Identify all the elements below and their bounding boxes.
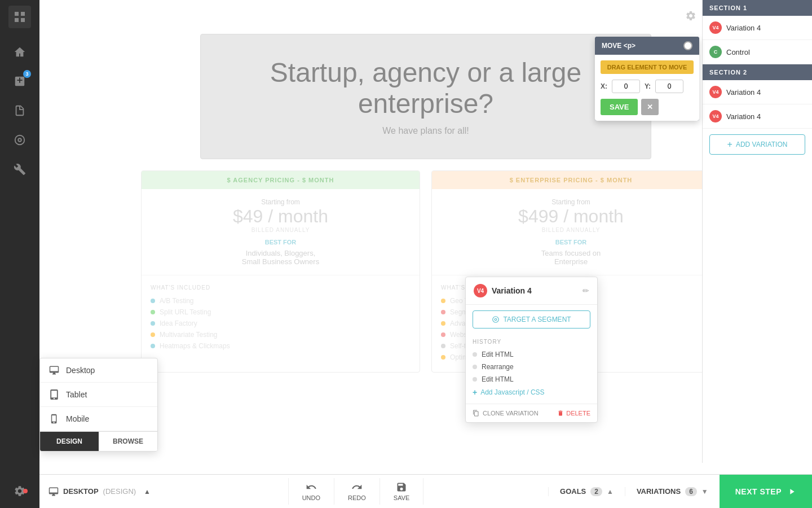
y-input[interactable] <box>655 80 683 93</box>
bottom-desktop-icon <box>48 487 59 497</box>
history-item-edit-html-1[interactable]: Edit HTML <box>473 348 590 361</box>
delete-label: DELETE <box>566 410 590 417</box>
hero-title: Startup, agency or a large enterprise? <box>212 57 639 119</box>
device-desktop-label: Desktop <box>66 366 95 375</box>
section1-control-badge: C <box>709 46 722 58</box>
sidebar-item-pages[interactable] <box>7 98 32 123</box>
move-panel: MOVE <p> DRAG ELEMENT TO MOVE X: Y: SAVE… <box>595 37 699 121</box>
history-label: HISTORY <box>473 339 590 345</box>
save-button[interactable]: SAVE <box>380 478 424 505</box>
xy-row: X: Y: <box>601 80 694 93</box>
add-js-button[interactable]: + Add Javascript / CSS <box>473 386 590 399</box>
variations-count: 6 <box>685 487 697 496</box>
section2-variation4-b[interactable]: V4 Variation 4 <box>703 104 812 129</box>
history-dot <box>473 365 477 369</box>
section1-control[interactable]: C Control <box>703 40 812 64</box>
section1-variation4-label: Variation 4 <box>726 24 761 32</box>
variation-badge: V4 <box>474 284 487 297</box>
section1-header: SECTION 1 <box>703 0 812 16</box>
grid-icon <box>13 10 27 24</box>
history-item-label: Edit HTML <box>482 375 514 383</box>
history-section: HISTORY Edit HTML Rearrange Edit HTML + … <box>466 334 597 404</box>
section2-variation4-b-label: Variation 4 <box>726 112 761 121</box>
pricing-card-1-header: $ AGENCY PRICING - $ MONTH <box>142 171 420 189</box>
sidebar-item-home[interactable] <box>7 40 32 64</box>
clone-variation-label: CLONE VARIATION <box>483 410 539 417</box>
top-gear-icon[interactable] <box>685 10 696 24</box>
history-item-label: Rearrange <box>482 363 514 371</box>
browse-mode-button[interactable]: BROWSE <box>99 432 157 451</box>
sidebar-logo[interactable] <box>8 6 31 28</box>
bottom-mode-label: (DESIGN) <box>103 487 136 496</box>
variations-chevron-icon: ▼ <box>701 488 708 496</box>
device-mobile[interactable]: Mobile <box>40 407 157 431</box>
goals-button[interactable]: GOALS 2 ▲ <box>548 487 625 496</box>
delete-variation-button[interactable]: DELETE <box>557 410 590 417</box>
feature-item: Heatmaps & Clickmaps <box>151 340 411 352</box>
undo-label: UNDO <box>302 494 320 501</box>
add-badge: 3 <box>23 70 31 78</box>
redo-icon <box>351 481 363 493</box>
variations-label: VARIATIONS <box>637 487 681 496</box>
goals-icon <box>14 134 26 146</box>
pricing-best-label-1: BEST FOR <box>151 239 411 246</box>
section1-variation4[interactable]: V4 Variation 4 <box>703 16 812 40</box>
pages-icon <box>14 104 26 117</box>
sidebar-item-add[interactable]: 3 <box>7 69 32 94</box>
pricing-card-1: $ AGENCY PRICING - $ MONTH Starting from… <box>141 170 420 373</box>
sidebar-item-tools[interactable] <box>7 157 32 182</box>
chevron-up-icon: ▲ <box>144 488 151 496</box>
variation-popup-header: V4 Variation 4 ✏ <box>466 277 597 305</box>
goals-label: GOALS <box>560 487 586 496</box>
target-segment-button[interactable]: TARGET A SEGMENT <box>473 310 590 329</box>
move-save-button[interactable]: SAVE <box>601 99 638 115</box>
design-mode-button[interactable]: DESIGN <box>40 432 99 451</box>
section2-v4-badge-b: V4 <box>709 110 722 122</box>
svg-rect-0 <box>15 12 19 16</box>
move-close-button[interactable]: ✕ <box>641 99 659 115</box>
history-item-edit-html-2[interactable]: Edit HTML <box>473 373 590 386</box>
pricing-for-1: Individuals, Bloggers,Small Business Own… <box>151 249 411 266</box>
history-item-rearrange[interactable]: Rearrange <box>473 361 590 373</box>
next-step-button[interactable]: NEXT STEP <box>720 475 812 509</box>
bottom-device-label: DESKTOP <box>63 487 99 496</box>
variation-edit-icon[interactable]: ✏ <box>582 286 589 295</box>
variations-button[interactable]: VARIATIONS 6 ▼ <box>625 487 720 496</box>
pricing-card-2-header: $ ENTERPRISE PRICING - $ MONTH <box>432 171 710 189</box>
drag-label: DRAG ELEMENT TO MOVE <box>601 60 694 74</box>
next-step-label: NEXT STEP <box>735 487 782 496</box>
svg-rect-1 <box>21 12 25 16</box>
feature-item: Split URL Testing <box>151 306 411 318</box>
redo-label: REDO <box>348 494 366 501</box>
section1-control-label: Control <box>726 48 750 56</box>
section2-header: SECTION 2 <box>703 64 812 80</box>
x-label: X: <box>601 82 607 90</box>
feature-item: Idea Factory <box>151 318 411 329</box>
device-desktop[interactable]: Desktop <box>40 358 157 383</box>
device-tablet[interactable]: Tablet <box>40 383 157 407</box>
clone-icon <box>473 410 479 417</box>
save-label: SAVE <box>394 494 410 501</box>
sidebar-item-goals[interactable] <box>7 128 32 152</box>
next-step-arrow-icon <box>787 487 796 496</box>
pricing-card-1-body: Starting from $49 / month BILLED ANNUALL… <box>142 189 420 275</box>
section1-v4-badge: V4 <box>709 21 722 34</box>
section2-variation4-a[interactable]: V4 Variation 4 <box>703 80 812 104</box>
undo-button[interactable]: UNDO <box>288 478 334 505</box>
section2-v4-badge-a: V4 <box>709 86 722 98</box>
add-js-label: Add Javascript / CSS <box>480 388 544 396</box>
target-segment-label: TARGET A SEGMENT <box>503 316 571 323</box>
device-tablet-label: Tablet <box>66 390 87 399</box>
right-panel: SECTION 1 V4 Variation 4 C Control SECTI… <box>702 0 812 463</box>
pricing-billed-1: BILLED ANNUALLY <box>151 227 411 233</box>
svg-rect-3 <box>21 18 25 22</box>
bottom-device-selector[interactable]: DESKTOP (DESIGN) ▲ <box>39 487 164 497</box>
home-icon <box>14 46 26 58</box>
redo-button[interactable]: REDO <box>334 478 380 505</box>
sidebar-item-settings[interactable] <box>7 479 32 503</box>
clone-variation-button[interactable]: CLONE VARIATION <box>473 410 539 417</box>
x-input[interactable] <box>612 80 640 93</box>
bottom-actions: UNDO REDO SAVE <box>164 478 548 505</box>
add-variation-button[interactable]: + ADD VARIATION <box>709 134 805 155</box>
section2-variation4-a-label: Variation 4 <box>726 88 761 97</box>
